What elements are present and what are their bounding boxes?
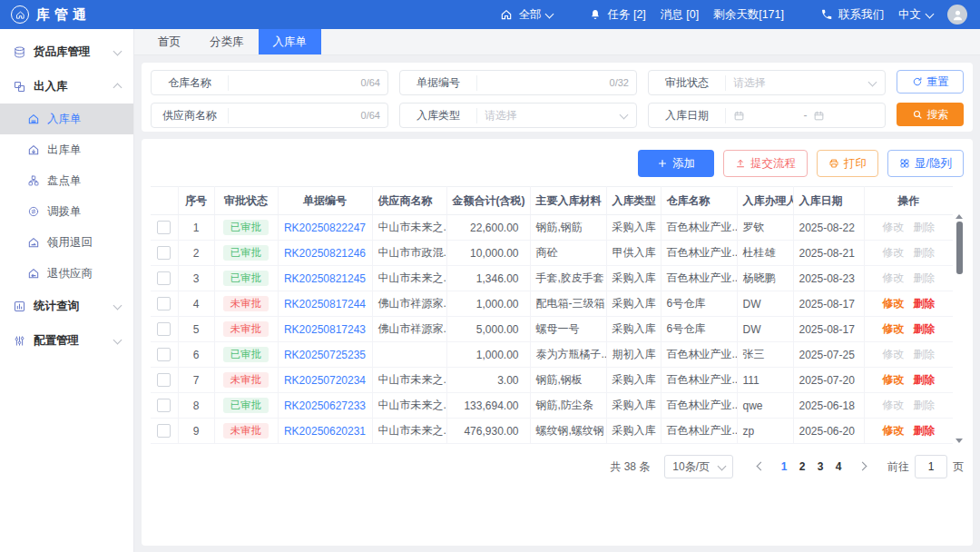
calendar-icon end-date-picker[interactable] xyxy=(813,110,878,122)
edit-link[interactable]: 修改 xyxy=(882,297,904,310)
warehouse-in-icon xyxy=(27,113,40,125)
row-checkbox[interactable] xyxy=(157,271,171,285)
handler-cell: DW xyxy=(737,317,793,342)
edit-link[interactable]: 修改 xyxy=(882,322,904,335)
delete-link[interactable]: 删除 xyxy=(913,322,935,335)
chevron-down-icon xyxy=(113,335,122,344)
warehouse-cell: 百色林业产业... xyxy=(661,241,737,266)
topbar: 库管通 全部 任务 [2] 消息 [0] 剩余天数[171] 联系我们 中文 xyxy=(0,0,980,29)
row-checkbox[interactable] xyxy=(157,221,171,234)
table-scrollbar[interactable] xyxy=(955,214,964,444)
tab-inbound-order[interactable]: 入库单 xyxy=(259,29,322,54)
calendar-icon start-date-picker[interactable] xyxy=(733,110,799,122)
table-row: 8已审批RK20250627233中山市未来之...133,694.00钢筋,防… xyxy=(151,393,953,419)
delete-link[interactable]: 删除 xyxy=(913,424,935,437)
inbound-type-select[interactable]: 请选择 xyxy=(477,108,636,123)
sidebar-item-requisition-return[interactable]: 领用退回 xyxy=(0,227,133,258)
row-checkbox[interactable] xyxy=(157,297,171,310)
amount-cell: 1,000.00 xyxy=(446,342,530,368)
sidebar-item-stocktake-order[interactable]: 盘点单 xyxy=(0,165,133,196)
date-cell: 2025-06-20 xyxy=(793,419,864,444)
sidebar-item-outbound-order[interactable]: 出库单 xyxy=(0,134,133,165)
language-switcher[interactable]: 中文 xyxy=(898,7,933,23)
user-avatar[interactable] xyxy=(947,5,967,25)
scope-label: 全部 xyxy=(518,7,541,23)
tasks-link[interactable]: 任务 [2] xyxy=(589,7,645,23)
doc-number-input[interactable] xyxy=(485,75,606,90)
submit-flow-button[interactable]: 提交流程 xyxy=(723,150,808,177)
scroll-up-arrow[interactable] xyxy=(956,214,963,219)
sidebar-item-return-to-supplier[interactable]: 退供应商 xyxy=(0,258,133,289)
page-number-1[interactable]: 1 xyxy=(775,456,793,478)
delete-link[interactable]: 删除 xyxy=(913,373,935,386)
page-number-3[interactable]: 3 xyxy=(811,456,829,478)
supplier-name-input[interactable] xyxy=(236,108,358,123)
approval-status-badge: 已审批 xyxy=(223,347,270,363)
prev-page-button[interactable] xyxy=(751,456,769,478)
doc-number-link[interactable]: RK20250821245 xyxy=(284,272,366,285)
amount-cell: 133,694.00 xyxy=(446,393,530,419)
sidebar-group-config-management[interactable]: 配置管理 xyxy=(0,323,133,358)
sidebar-item-transfer-order[interactable]: 调拨单 xyxy=(0,196,133,227)
supplier-cell: 中山市未来之... xyxy=(372,393,446,419)
refresh-icon xyxy=(912,76,923,87)
doc-number-link[interactable]: RK20250620231 xyxy=(284,425,366,438)
next-page-button[interactable] xyxy=(853,456,871,478)
approval-status-select[interactable]: 请选择 xyxy=(726,75,885,91)
doc-number-link[interactable]: RK20250720234 xyxy=(284,374,366,387)
page-size-select[interactable]: 10条/页 xyxy=(664,455,733,478)
doc-number-link[interactable]: RK20250627233 xyxy=(284,399,366,412)
edit-link[interactable]: 修改 xyxy=(882,424,904,437)
sidebar-item-inbound-order[interactable]: 入库单 xyxy=(0,104,133,134)
date-cell: 2025-08-21 xyxy=(793,241,864,266)
scroll-thumb[interactable] xyxy=(956,222,963,274)
doc-number-link[interactable]: RK20250821246 xyxy=(284,247,366,260)
sidebar-group-in-out-warehouse[interactable]: 出入库 xyxy=(0,69,133,104)
table-row: 3已审批RK20250821245中山市未来之...1,346.00手套,胶皮手… xyxy=(151,266,953,291)
tab-home[interactable]: 首页 xyxy=(143,29,195,54)
contact-us-link[interactable]: 联系我们 xyxy=(820,7,884,23)
doc-number-link[interactable]: RK20250817244 xyxy=(284,298,366,310)
house-icon xyxy=(15,10,25,20)
amount-cell: 476,930.00 xyxy=(446,419,530,444)
doc-number-link[interactable]: RK20250817243 xyxy=(284,323,366,336)
delete-link[interactable]: 删除 xyxy=(913,297,935,310)
row-checkbox[interactable] xyxy=(157,322,171,336)
doc-number-link[interactable]: RK20250822247 xyxy=(284,222,366,234)
scope-switcher[interactable]: 全部 xyxy=(500,7,553,23)
sidebar-group-statistics-query[interactable]: 统计查询 xyxy=(0,289,133,323)
page-number-2[interactable]: 2 xyxy=(793,456,811,478)
tab-category-library[interactable]: 分类库 xyxy=(195,29,259,54)
handler-cell: 杨晓鹏 xyxy=(737,266,793,291)
chevron-down-icon xyxy=(620,110,629,119)
scroll-down-arrow[interactable] xyxy=(956,439,963,443)
search-button[interactable]: 搜索 xyxy=(897,103,964,126)
row-checkbox[interactable] xyxy=(157,246,171,260)
show-hide-columns-button[interactable]: 显/隐列 xyxy=(887,150,964,177)
chevron-down-icon xyxy=(868,77,877,86)
row-checkbox[interactable] xyxy=(157,399,171,412)
brand: 库管通 xyxy=(0,5,247,24)
delete-link: 删除 xyxy=(913,399,935,411)
edit-link[interactable]: 修改 xyxy=(882,373,904,386)
handler-cell: 杜桂雄 xyxy=(737,241,793,266)
warehouse-name-label: 仓库名称 xyxy=(152,75,229,91)
inbound-type-cell: 采购入库 xyxy=(606,266,661,291)
warehouse-cell: 百色林业产业... xyxy=(661,342,737,368)
sidebar-group-goods-library-management[interactable]: 货品库管理 xyxy=(0,34,133,69)
reset-button[interactable]: 重置 xyxy=(897,70,964,94)
tab-bar: 首页分类库入库单 xyxy=(134,29,980,55)
table-row: 6已审批RK202507252351,000.00泰为方瓶橘子...期初入库百色… xyxy=(151,342,953,368)
warehouse-name-input[interactable] xyxy=(236,75,358,90)
supplier-cell: 中山市未来之... xyxy=(372,215,446,241)
add-button[interactable]: 添加 xyxy=(638,150,714,177)
row-checkbox[interactable] xyxy=(157,373,171,387)
row-checkbox[interactable] xyxy=(157,348,171,361)
filter-approval-status: 审批状态 请选择 xyxy=(648,70,886,95)
doc-number-link[interactable]: RK20250725235 xyxy=(284,349,366,361)
messages-link[interactable]: 消息 [0] xyxy=(661,7,699,23)
print-button[interactable]: 打印 xyxy=(817,150,878,177)
goto-page-input[interactable] xyxy=(915,455,947,478)
page-number-4[interactable]: 4 xyxy=(829,456,848,478)
row-checkbox[interactable] xyxy=(157,424,171,438)
